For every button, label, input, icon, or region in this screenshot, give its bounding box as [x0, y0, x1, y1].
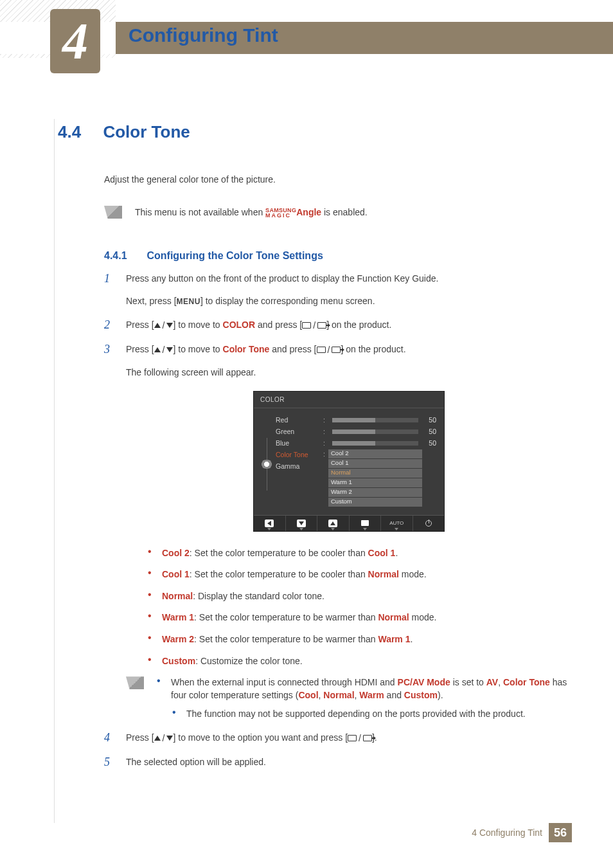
samsung-magic-logo: SAMSUNGMAGIC [265, 208, 296, 218]
availability-note: This menu is not available when SAMSUNGM… [104, 206, 572, 219]
osd-label-colortone: Color Tone [276, 449, 323, 461]
section-title: Color Tone [103, 122, 190, 141]
subsection-num: 4.4.1 [104, 250, 144, 262]
osd-val-blue: 50 [422, 439, 436, 449]
s3-pre: Press [ [126, 344, 154, 354]
osd-val-green: 50 [422, 427, 436, 437]
option-row: •Warm 1: Set the color temperature to be… [148, 611, 572, 624]
s4-pre: Press [ [126, 732, 154, 743]
section-heading: 4.4 Color Tone [58, 122, 572, 142]
s4-mid: ] to move to the option you want and pre… [173, 732, 348, 743]
footer-label: 4 Configuring Tint [472, 827, 542, 838]
osd-label-red: Red [276, 415, 323, 426]
hdmi-note: • When the external input is connected t… [126, 676, 572, 721]
s2-mid2: and press [ [255, 320, 302, 330]
step-1-text-a: Press any button on the front of the pro… [126, 272, 438, 285]
step-1: 1 Press any button on the front of the p… [104, 272, 572, 308]
subsection-heading: 4.4.1 Configuring the Color Tone Setting… [104, 250, 572, 262]
chapter-number: 4 [62, 12, 88, 71]
option-row: •Cool 1: Set the color temperature to be… [148, 568, 572, 581]
osd-val-red: 50 [422, 415, 436, 426]
note-icon [126, 676, 144, 689]
option-row: •Normal: Display the standard color tone… [148, 590, 572, 603]
s1b-pre: Next, press [ [126, 296, 177, 306]
note2-l2: The function may not be supported depend… [186, 708, 526, 721]
subsection-title: Configuring the Color Tone Settings [147, 250, 323, 261]
s2-kw: COLOR [223, 320, 256, 330]
s3-tail: The following screen will appear. [126, 366, 572, 379]
s1b-post: ] to display the corresponding menu scre… [200, 296, 375, 306]
step-5: 5 The selected option will be applied. [104, 755, 572, 769]
s3-mid2: and press [ [269, 344, 316, 354]
footer-page: 56 [549, 823, 572, 842]
page-footer: 4 Configuring Tint 56 [472, 823, 572, 842]
osd-opt: Cool 2 [328, 449, 422, 458]
note-pre: This menu is not available when [135, 207, 265, 217]
s2-mid: ] to move to [173, 320, 222, 330]
osd-footer: AUTO [254, 515, 444, 531]
option-row: •Cool 2: Set the color temperature to be… [148, 547, 572, 560]
step-num: 2 [104, 318, 114, 332]
osd-opt: Warm 1 [328, 478, 422, 487]
note-kw: Angle [296, 207, 321, 217]
note-icon [104, 206, 122, 219]
intro-text: Adjust the general color tone of the pic… [104, 173, 572, 186]
left-rule [54, 119, 55, 823]
chapter-badge: 4 [50, 9, 100, 73]
s3-kw: Color Tone [223, 344, 270, 354]
up-down-icon: / [154, 343, 173, 357]
osd-auto: AUTO [389, 520, 404, 527]
osd-title: COLOR [254, 392, 444, 408]
step-3: 3 Press [/] to move to Color Tone and pr… [104, 343, 572, 721]
s2-pre: Press [ [126, 320, 154, 330]
s2-post: ] on the product. [326, 320, 391, 330]
step-num: 3 [104, 343, 114, 721]
option-row: •Custom: Customize the color tone. [148, 655, 572, 668]
osd-opt: Normal [328, 469, 422, 478]
osd-opt: Custom [328, 498, 422, 507]
power-icon [425, 520, 432, 527]
osd-label-blue: Blue [276, 438, 323, 449]
step-num: 5 [104, 755, 114, 769]
osd-screenshot: COLOR Red Green Blue Color Tone [253, 391, 445, 532]
enter-icon: / [317, 343, 341, 357]
step-4: 4 Press [/] to move to the option you wa… [104, 731, 572, 745]
osd-label-gamma: Gamma [276, 461, 323, 473]
s3-post: ] on the product. [341, 344, 405, 354]
s3-mid: ] to move to [173, 344, 222, 354]
option-row: •Warm 2: Set the color temperature to be… [148, 633, 572, 646]
step-num: 4 [104, 731, 114, 745]
section-num: 4.4 [58, 122, 100, 142]
enter-icon: / [348, 732, 372, 745]
menu-key: MENU [177, 297, 200, 306]
up-down-icon: / [154, 319, 173, 332]
osd-opt: Warm 2 [328, 488, 422, 497]
step-2: 2 Press [/] to move to COLOR and press [… [104, 318, 572, 332]
osd-label-green: Green [276, 426, 323, 438]
page-title: Configuring Tint [129, 24, 278, 46]
eye-icon [260, 460, 274, 469]
note-post: is enabled. [321, 207, 368, 217]
up-down-icon: / [154, 732, 173, 745]
s5-text: The selected option will be applied. [126, 755, 266, 769]
osd-opt: Cool 1 [328, 459, 422, 468]
enter-icon: / [302, 319, 326, 332]
step-num: 1 [104, 272, 114, 308]
